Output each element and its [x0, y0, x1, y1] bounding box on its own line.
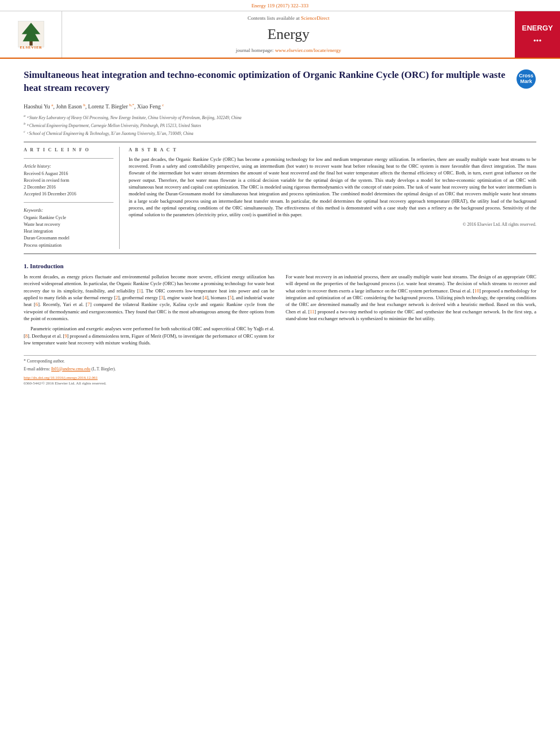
doi-url[interactable]: http://dx.doi.org/10.1016/j.energy.2016.… [24, 375, 98, 380]
elsevier-tree-icon: ELSEVIER [14, 19, 48, 50]
footer-bottom: http://dx.doi.org/10.1016/j.energy.2016.… [24, 375, 536, 387]
ref-10[interactable]: 10 [474, 288, 479, 294]
received-date: Received 6 August 2016 [24, 171, 113, 177]
article-history: Article history: Received 6 August 2016 … [24, 163, 113, 198]
svg-text:ELSEVIER: ELSEVIER [20, 45, 42, 49]
introduction-section: 1. Introduction In recent decades, as en… [24, 262, 536, 350]
affil-b: b ᵇ Chemical Engineering Department, Car… [24, 121, 536, 129]
science-direct-link[interactable]: ScienceDirect [301, 15, 329, 21]
svg-text:ENERGY: ENERGY [522, 24, 553, 32]
kw-4: Duran-Grossmann model [24, 235, 113, 241]
authors-line: Haoshui Yu a, John Eason b, Lorenz T. Bi… [24, 103, 536, 111]
body-top-divider [24, 254, 536, 254]
ref-8[interactable]: 8 [25, 333, 28, 339]
kw-1: Organic Rankine Cycle [24, 215, 113, 221]
svg-text:Mark: Mark [520, 78, 532, 84]
article-title: Simultaneous heat integration and techno… [24, 69, 516, 95]
ref-4[interactable]: 4 [204, 295, 207, 300]
crossmark-logo: Cross Mark [516, 69, 536, 91]
ref-5[interactable]: 5 [229, 295, 231, 300]
author-haoshui: Haoshui Yu a [24, 103, 53, 110]
abstract-column: A B S T R A C T In the past decades, the… [129, 147, 536, 248]
citation-text: Energy 119 (2017) 322–333 [251, 3, 308, 8]
citation-bar: Energy 119 (2017) 322–333 [0, 0, 560, 11]
ref-2[interactable]: 2 [116, 295, 118, 300]
email-note: E-mail address: lb01@andrew.cmu.edu (L.T… [24, 366, 536, 373]
intro-para-3: For waste heat recovery in an industrial… [286, 273, 536, 322]
svg-text:●●●: ●●● [533, 38, 542, 43]
ref-3[interactable]: 3 [161, 295, 163, 300]
ref-6[interactable]: 6 [36, 302, 38, 307]
abstract-text: In the past decades, the Organic Rankine… [129, 156, 536, 219]
affil-a: a ᵃ State Key Laboratory of Heavy Oil Pr… [24, 113, 536, 121]
journal-title: Energy [268, 24, 310, 45]
section-title-introduction: 1. Introduction [24, 262, 536, 270]
energy-logo-box: ENERGY ●●● [515, 11, 560, 58]
affiliations: a ᵃ State Key Laboratory of Heavy Oil Pr… [24, 113, 536, 136]
body-right-col: For waste heat recovery in an industrial… [286, 273, 536, 350]
ref-9[interactable]: 9 [64, 333, 67, 339]
accepted-date: Accepted 16 December 2016 [24, 191, 113, 197]
kw-2: Waste heat recovery [24, 221, 113, 228]
info-divider-mid [24, 202, 113, 203]
article-info-column: A R T I C L E I N F O Article history: R… [24, 147, 120, 248]
elsevier-logo: ELSEVIER [14, 19, 48, 50]
body-left-col: In recent decades, as energy prices fluc… [24, 273, 274, 350]
keywords-title: Keywords: [24, 207, 113, 213]
abstract-header: A B S T R A C T [129, 147, 536, 153]
article-content: Simultaneous heat integration and techno… [0, 59, 560, 392]
kw-5: Process optimization [24, 242, 113, 248]
email-link[interactable]: lb01@andrew.cmu.edu [51, 366, 90, 372]
affil-c: c ᶜ School of Chemical Engineering & Tec… [24, 129, 536, 137]
info-divider-top [24, 158, 113, 159]
article-info-header: A R T I C L E I N F O [24, 147, 113, 153]
footer-section: * Corresponding author. E-mail address: … [24, 355, 536, 387]
journal-center: Contents lists available at ScienceDirec… [62, 11, 515, 58]
received-revised-label: Received in revised form [24, 177, 113, 184]
received-revised-date: 2 December 2016 [24, 184, 113, 190]
journal-homepage: journal homepage: www.elsevier.com/locat… [236, 47, 342, 54]
science-direct-line: Contents lists available at ScienceDirec… [248, 15, 330, 22]
author-xiao: Xiao Feng c [137, 103, 164, 110]
doi-link: http://dx.doi.org/10.1016/j.energy.2016.… [24, 375, 536, 381]
svg-rect-4 [518, 14, 557, 53]
header-divider [24, 142, 536, 142]
page: Energy 119 (2017) 322–333 ELSEVIER Conte… [0, 0, 560, 392]
intro-para-1: In recent decades, as energy prices fluc… [24, 273, 274, 322]
info-abstract-section: A R T I C L E I N F O Article history: R… [24, 147, 536, 248]
author-lorenz: Lorenz T. Biegler b,* [88, 103, 134, 110]
kw-3: Heat integration [24, 228, 113, 234]
article-title-section: Simultaneous heat integration and techno… [24, 69, 536, 98]
svg-text:Cross: Cross [519, 73, 533, 78]
keywords-section: Keywords: Organic Rankine Cycle Waste he… [24, 207, 113, 248]
body-two-col: In recent decades, as energy prices fluc… [24, 273, 536, 350]
homepage-url[interactable]: www.elsevier.com/locate/energy [275, 47, 341, 53]
copyright-line: © 2016 Elsevier Ltd. All rights reserved… [129, 221, 536, 228]
ref-1[interactable]: 1 [139, 288, 141, 294]
elsevier-logo-box: ELSEVIER [0, 11, 62, 58]
ref-7[interactable]: 7 [88, 302, 90, 307]
corresponding-note: * Corresponding author. [24, 359, 536, 365]
issn-line: 0360-5442/© 2016 Elsevier Ltd. All right… [24, 381, 536, 387]
author-john: John Eason b [56, 103, 85, 110]
journal-header: ELSEVIER Contents lists available at Sci… [0, 11, 560, 59]
energy-logo-text: ENERGY ●●● [515, 11, 559, 58]
ref-11[interactable]: 11 [310, 309, 314, 314]
intro-para-2: Parametric optimization and exergetic an… [24, 325, 274, 346]
history-title: Article history: [24, 163, 113, 169]
